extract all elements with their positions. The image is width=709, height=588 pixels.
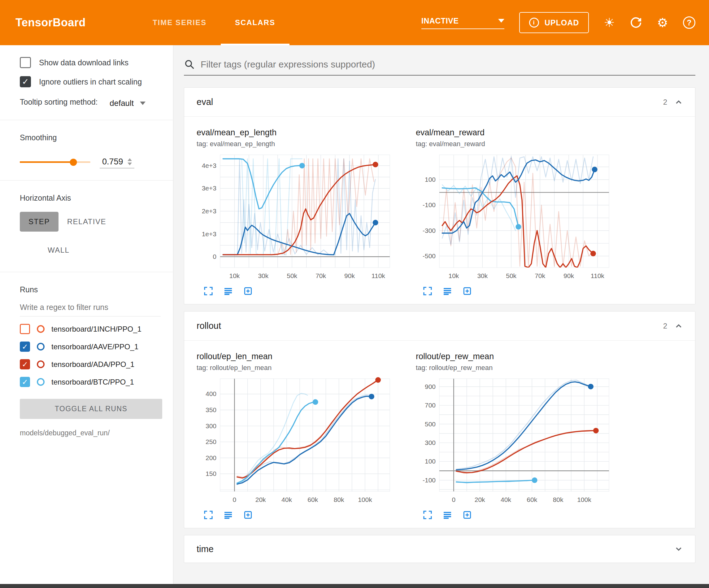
- run-label: tensorboard/ADA/PPO_1: [51, 360, 134, 369]
- ignore-outliers-checkbox[interactable]: ✓: [20, 76, 31, 87]
- run-checkbox[interactable]: ✓: [20, 377, 30, 387]
- smoothing-row: 0.759: [20, 156, 161, 169]
- fit-domain-icon[interactable]: [243, 286, 253, 296]
- filter-tags-bar: [184, 59, 695, 76]
- tab-scalars[interactable]: SCALARS: [221, 0, 289, 45]
- svg-text:0: 0: [452, 496, 456, 503]
- svg-text:700: 700: [425, 402, 436, 409]
- svg-text:4e+3: 4e+3: [202, 162, 216, 169]
- section-title: time: [196, 544, 214, 554]
- svg-text:100k: 100k: [358, 496, 372, 503]
- rollout-ep-rew-mean-plot[interactable]: -100100300500700900020k40k60k80k100k: [416, 375, 614, 508]
- runs-label: Runs: [20, 285, 161, 294]
- section-chart-count: 2: [663, 98, 667, 106]
- fit-domain-icon[interactable]: [243, 510, 253, 520]
- upload-button-label: UPLOAD: [545, 18, 579, 27]
- run-row-aave: ✓ tensorboard/AAVE/PPO_1: [20, 341, 161, 352]
- chart-toolbar: [416, 286, 620, 296]
- header-tabs: TIME SERIES SCALARS: [138, 0, 289, 45]
- status-dropdown[interactable]: INACTIVE: [421, 17, 504, 29]
- data-lines-icon[interactable]: [442, 510, 452, 520]
- svg-text:150: 150: [206, 470, 216, 477]
- eval-mean-ep-length-plot[interactable]: 01e+32e+33e+34e+310k30k50k70k90k110k: [196, 151, 395, 284]
- section-eval-header[interactable]: eval 2: [184, 87, 695, 117]
- svg-text:20k: 20k: [256, 496, 266, 503]
- tab-time-series[interactable]: TIME SERIES: [138, 0, 221, 45]
- run-checkbox[interactable]: ✓: [20, 341, 30, 352]
- run-color-circle: [37, 325, 45, 333]
- collapse-section-icon[interactable]: [674, 98, 683, 107]
- chevron-down-icon: [140, 102, 146, 105]
- axis-step-button[interactable]: STEP: [20, 212, 58, 232]
- brightness-icon[interactable]: ☀: [604, 17, 615, 29]
- svg-text:90k: 90k: [563, 272, 574, 279]
- app-header: TensorBoard TIME SERIES SCALARS INACTIVE…: [0, 0, 709, 45]
- help-icon[interactable]: ?: [683, 17, 695, 29]
- smoothing-slider-thumb[interactable]: [70, 158, 77, 165]
- run-checkbox[interactable]: ✓: [20, 359, 30, 369]
- chart-rollout-ep-rew-mean: rollout/ep_rew_mean tag: rollout/ep_rew_…: [416, 352, 620, 520]
- run-color-circle: [37, 343, 45, 351]
- bottom-bar: [0, 584, 709, 588]
- chart-toolbar: [416, 510, 620, 520]
- ignore-outliers-label: Ignore outliers in chart scaling: [39, 77, 142, 86]
- svg-text:200: 200: [206, 454, 216, 461]
- section-time-header[interactable]: time: [184, 535, 695, 563]
- svg-text:20k: 20k: [475, 496, 485, 503]
- svg-text:70k: 70k: [315, 272, 326, 279]
- chart-rollout-ep-len-mean: rollout/ep_len_mean tag: rollout/ep_len_…: [196, 352, 401, 520]
- smoothing-input[interactable]: 0.759: [100, 156, 134, 169]
- svg-text:30k: 30k: [477, 272, 488, 279]
- chart-title: rollout/ep_rew_mean: [416, 352, 620, 361]
- smoothing-label: Smoothing: [20, 133, 161, 142]
- collapse-section-icon[interactable]: [674, 322, 683, 331]
- data-lines-icon[interactable]: [223, 510, 233, 520]
- tooltip-sorting-select[interactable]: default: [110, 99, 146, 108]
- fit-domain-icon[interactable]: [462, 286, 472, 296]
- show-download-label: Show data download links: [39, 58, 129, 67]
- fit-domain-icon[interactable]: [462, 510, 472, 520]
- tensorboard-app: TensorBoard TIME SERIES SCALARS INACTIVE…: [0, 0, 709, 588]
- horizontal-axis-label: Horizontal Axis: [20, 194, 161, 203]
- run-checkbox[interactable]: [20, 324, 30, 334]
- section-chart-count: 2: [663, 322, 667, 330]
- chevron-down-icon: [498, 19, 504, 23]
- svg-text:110k: 110k: [591, 272, 604, 279]
- svg-text:2e+3: 2e+3: [202, 207, 216, 214]
- chart-title: rollout/ep_len_mean: [196, 352, 401, 361]
- axis-wall-button[interactable]: WALL: [39, 240, 78, 260]
- smoothing-slider[interactable]: [20, 161, 90, 163]
- svg-text:-500: -500: [423, 252, 436, 259]
- section-rollout-header[interactable]: rollout 2: [184, 311, 695, 340]
- axis-relative-button[interactable]: RELATIVE: [58, 212, 115, 232]
- svg-text:400: 400: [206, 390, 216, 397]
- data-lines-icon[interactable]: [223, 286, 233, 296]
- svg-text:250: 250: [206, 438, 216, 445]
- expand-chart-icon[interactable]: [203, 286, 213, 296]
- show-download-checkbox[interactable]: [20, 57, 31, 68]
- expand-chart-icon[interactable]: [423, 510, 432, 520]
- upload-button[interactable]: i UPLOAD: [519, 12, 589, 33]
- stepper-arrows-icon[interactable]: [128, 158, 132, 165]
- expand-chart-icon[interactable]: [203, 510, 213, 520]
- svg-text:110k: 110k: [371, 272, 385, 279]
- toggle-all-runs-button[interactable]: TOGGLE ALL RUNS: [20, 399, 162, 419]
- data-lines-icon[interactable]: [442, 286, 452, 296]
- run-color-circle: [37, 378, 45, 386]
- svg-text:350: 350: [206, 406, 216, 413]
- rollout-charts-row: rollout/ep_len_mean tag: rollout/ep_len_…: [184, 340, 695, 528]
- svg-text:-100: -100: [423, 477, 436, 484]
- expand-section-icon[interactable]: [674, 544, 683, 554]
- eval-mean-reward-plot[interactable]: 100-100-300-50010k30k50k70k90k110k: [416, 151, 614, 284]
- svg-text:900: 900: [425, 383, 436, 390]
- filter-tags-input[interactable]: [201, 59, 695, 70]
- svg-text:100: 100: [425, 458, 436, 465]
- app-body: Show data download links ✓ Ignore outlie…: [0, 45, 709, 588]
- svg-text:10k: 10k: [449, 272, 459, 279]
- run-row-ada: ✓ tensorboard/ADA/PPO_1: [20, 359, 161, 369]
- runs-filter-input[interactable]: [20, 299, 161, 316]
- expand-chart-icon[interactable]: [423, 286, 432, 296]
- refresh-icon[interactable]: [630, 17, 642, 29]
- settings-icon[interactable]: ⚙: [657, 17, 668, 29]
- rollout-ep-len-mean-plot[interactable]: 150200250300350400020k40k60k80k100k: [196, 375, 395, 508]
